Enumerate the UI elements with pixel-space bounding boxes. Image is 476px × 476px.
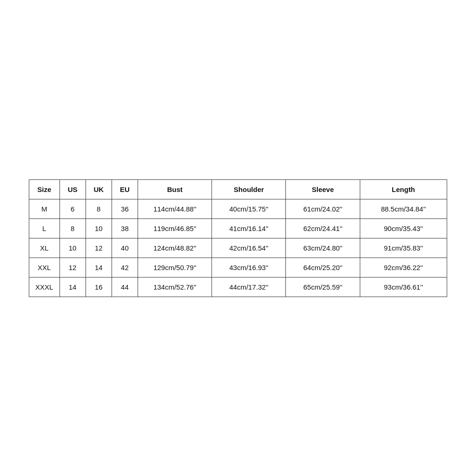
cell-sleeve: 65cm/25.59''	[286, 277, 360, 297]
cell-shoulder: 44cm/17.32''	[212, 277, 286, 297]
size-chart-table: Size US UK EU Bust Shoulder Sleeve Lengt…	[29, 179, 447, 297]
cell-length: 93cm/36.61''	[360, 277, 447, 297]
header-shoulder: Shoulder	[212, 179, 286, 199]
cell-eu: 40	[112, 238, 138, 258]
cell-bust: 114cm/44.88''	[138, 199, 212, 218]
cell-bust: 124cm/48.82''	[138, 238, 212, 258]
cell-size: XL	[29, 238, 60, 258]
cell-eu: 44	[112, 277, 138, 297]
cell-size: M	[29, 199, 60, 218]
cell-eu: 36	[112, 199, 138, 218]
cell-length: 92cm/36.22''	[360, 258, 447, 277]
table-header-row: Size US UK EU Bust Shoulder Sleeve Lengt…	[29, 179, 447, 199]
size-chart-container: Size US UK EU Bust Shoulder Sleeve Lengt…	[29, 179, 447, 297]
header-eu: EU	[112, 179, 138, 199]
header-length: Length	[360, 179, 447, 199]
cell-size: XXL	[29, 258, 60, 277]
cell-uk: 8	[86, 199, 112, 218]
cell-shoulder: 42cm/16.54''	[212, 238, 286, 258]
cell-us: 8	[60, 218, 86, 238]
cell-sleeve: 62cm/24.41''	[286, 218, 360, 238]
cell-bust: 134cm/52.76''	[138, 277, 212, 297]
cell-uk: 16	[86, 277, 112, 297]
cell-uk: 10	[86, 218, 112, 238]
cell-us: 14	[60, 277, 86, 297]
cell-sleeve: 64cm/25.20''	[286, 258, 360, 277]
cell-sleeve: 63cm/24.80''	[286, 238, 360, 258]
cell-shoulder: 43cm/16.93''	[212, 258, 286, 277]
table-row: XXL121442129cm/50.79''43cm/16.93''64cm/2…	[29, 258, 447, 277]
cell-size: XXXL	[29, 277, 60, 297]
table-row: L81038119cm/46.85''41cm/16.14''62cm/24.4…	[29, 218, 447, 238]
table-row: XL101240124cm/48.82''42cm/16.54''63cm/24…	[29, 238, 447, 258]
header-uk: UK	[86, 179, 112, 199]
cell-shoulder: 41cm/16.14''	[212, 218, 286, 238]
header-us: US	[60, 179, 86, 199]
cell-length: 88.5cm/34.84''	[360, 199, 447, 218]
cell-uk: 14	[86, 258, 112, 277]
table-row: XXXL141644134cm/52.76''44cm/17.32''65cm/…	[29, 277, 447, 297]
cell-bust: 129cm/50.79''	[138, 258, 212, 277]
cell-length: 90cm/35.43''	[360, 218, 447, 238]
cell-sleeve: 61cm/24.02''	[286, 199, 360, 218]
cell-us: 6	[60, 199, 86, 218]
cell-us: 12	[60, 258, 86, 277]
cell-bust: 119cm/46.85''	[138, 218, 212, 238]
header-sleeve: Sleeve	[286, 179, 360, 199]
cell-us: 10	[60, 238, 86, 258]
header-size: Size	[29, 179, 60, 199]
cell-length: 91cm/35.83''	[360, 238, 447, 258]
cell-uk: 12	[86, 238, 112, 258]
cell-eu: 38	[112, 218, 138, 238]
header-bust: Bust	[138, 179, 212, 199]
cell-shoulder: 40cm/15.75''	[212, 199, 286, 218]
cell-eu: 42	[112, 258, 138, 277]
cell-size: L	[29, 218, 60, 238]
table-row: M6836114cm/44.88''40cm/15.75''61cm/24.02…	[29, 199, 447, 218]
